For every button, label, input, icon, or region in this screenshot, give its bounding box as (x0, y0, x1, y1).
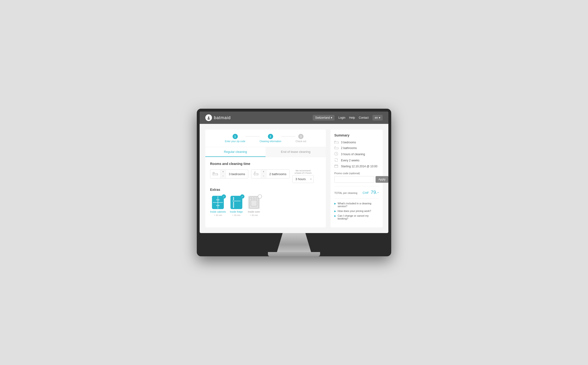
svg-rect-18 (233, 197, 234, 200)
bathrooms-increment[interactable]: + (261, 170, 266, 174)
faq-arrow-2: ▶ (334, 210, 336, 212)
apply-button[interactable]: Apply (376, 176, 388, 183)
faq-text-1: What's included in a cleaning service? (338, 202, 379, 208)
svg-line-31 (336, 154, 337, 154)
step-3: 3 Check out (295, 134, 306, 143)
svg-point-0 (208, 117, 209, 118)
summary-hours: 3 hours of cleaning (334, 152, 379, 156)
cabinets-check-icon: ✓ (222, 194, 226, 199)
step-1: 1 Enter your zip code (225, 134, 245, 143)
chevron-down-icon-lang: ▾ (379, 116, 380, 119)
total-currency: CHF (362, 191, 369, 195)
total-row: TOTAL per cleaning CHF 79.- (334, 186, 379, 195)
cabinets-label: Inside cabinets (210, 211, 226, 213)
step-3-circle: 3 (298, 134, 303, 139)
left-panel: 1 Enter your zip code 2 Cleaning informa… (205, 130, 326, 227)
faq-text-2: How does your pricing work? (338, 210, 371, 212)
summary-repeat-icon (334, 158, 339, 162)
hours-dropdown-icon[interactable]: ▾ (308, 176, 314, 182)
header-nav: Switzerland ▾ Login Help Contact en ▾ (313, 115, 383, 120)
svg-point-24 (256, 198, 257, 199)
country-label: Switzerland (315, 116, 330, 119)
cabinets-icon-wrap: ✓ (211, 195, 225, 210)
summary-bathrooms-text: 2 bathrooms (341, 147, 357, 150)
step-2-label: Cleaning information (260, 140, 281, 143)
total-amount: 79.- (371, 190, 379, 195)
help-link[interactable]: Help (349, 116, 355, 119)
monitor-stand (275, 233, 313, 252)
logo-area: batmaid (205, 114, 231, 121)
summary-bed-icon (334, 140, 339, 144)
svg-point-1 (207, 118, 210, 119)
promo-label: Promo code (optional) (334, 172, 379, 175)
svg-point-13 (218, 199, 219, 200)
faq-text-3: Can I change or cancel my booking? (338, 214, 379, 220)
summary-frequency: Every 2 weeks (334, 158, 379, 162)
contact-link[interactable]: Contact (359, 116, 369, 119)
step-3-label: Check out (295, 140, 306, 143)
summary-start-date: Starting 12.10.2014 @ 10:00 (334, 164, 379, 168)
country-selector[interactable]: Switzerland ▾ (313, 115, 335, 120)
svg-point-14 (217, 205, 217, 206)
extra-fridge[interactable]: ✓ Inside fridge + 30 min (229, 195, 244, 217)
svg-point-15 (218, 205, 219, 206)
steps-bar: 1 Enter your zip code 2 Cleaning informa… (205, 130, 326, 147)
cabinets-time: + 30 min (214, 214, 222, 217)
monitor-base (268, 252, 320, 256)
bathrooms-control: + − 2 bathrooms (251, 169, 289, 178)
faq-arrow-3: ▶ (334, 215, 336, 217)
app-header: batmaid Switzerland ▾ Login Help Contact… (200, 112, 388, 124)
total-price: CHF 79.- (362, 190, 379, 195)
bedrooms-increment[interactable]: + (220, 170, 226, 174)
fridge-check-icon: ✓ (240, 194, 245, 199)
hours-value: 3 hours (293, 175, 308, 183)
summary-hours-text: 3 hours of cleaning (341, 153, 365, 156)
faq-item-2[interactable]: ▶ How does your pricing work? (334, 210, 379, 212)
svg-rect-32 (335, 165, 338, 168)
summary-clock-icon (334, 152, 339, 156)
recommend-label: We recommenda basis of 3 hours (292, 169, 314, 174)
faq-item-1[interactable]: ▶ What's included in a cleaning service? (334, 202, 379, 208)
oven-icon-wrap (247, 195, 261, 210)
extra-oven[interactable]: Inside oven + 30 min (247, 195, 261, 217)
oven-time: + 30 min (250, 214, 258, 217)
bath-icon (251, 170, 261, 178)
bathrooms-decrement[interactable]: − (261, 174, 266, 178)
summary-calendar-icon (334, 164, 339, 168)
summary-frequency-text: Every 2 weeks (341, 159, 359, 162)
summary-bedrooms: 3 bedrooms (334, 140, 379, 144)
login-link[interactable]: Login (338, 116, 345, 119)
monitor-screen: batmaid Switzerland ▾ Login Help Contact… (200, 112, 388, 233)
chevron-down-icon: ▾ (331, 116, 332, 119)
hours-control: 3 hours ▾ (292, 175, 314, 183)
form-content: Rooms and cleaning time (205, 157, 326, 221)
logo-text: batmaid (214, 115, 231, 120)
promo-input[interactable] (334, 176, 374, 183)
svg-rect-26 (335, 141, 336, 142)
fridge-label: Inside fridge (230, 211, 243, 213)
total-label: TOTAL per cleaning (334, 191, 357, 194)
summary-date-text: Starting 12.10.2014 @ 10:00 (341, 165, 377, 168)
bedrooms-stepper: + − (220, 170, 226, 178)
faq-item-3[interactable]: ▶ Can I change or cancel my booking? (334, 214, 379, 220)
step-connector-1 (245, 136, 260, 136)
summary-bathrooms: 2 bathrooms (334, 146, 379, 150)
bedrooms-control: + − 3 bedrooms (210, 169, 248, 178)
step-1-circle: 1 (232, 134, 238, 139)
tab-end-of-lease[interactable]: End of lease cleaning (266, 147, 326, 157)
bed-icon (210, 170, 220, 178)
lang-selector[interactable]: en ▾ (372, 115, 383, 120)
tab-regular-cleaning[interactable]: Regular cleaning (205, 147, 266, 157)
cleaning-tabs: Regular cleaning End of lease cleaning (205, 147, 326, 157)
app-body: 1 Enter your zip code 2 Cleaning informa… (200, 124, 388, 233)
summary-bedrooms-text: 3 bedrooms (341, 141, 356, 144)
summary-bath-icon (334, 146, 339, 150)
extra-cabinets[interactable]: ✓ Inside cabinets + 30 min (210, 195, 226, 217)
lang-label: en (375, 116, 378, 119)
svg-point-22 (251, 198, 252, 199)
rooms-row: + − 3 bedrooms (210, 169, 321, 183)
step-2: 2 Cleaning information (260, 134, 281, 143)
bedrooms-decrement[interactable]: − (220, 174, 226, 178)
svg-rect-2 (213, 174, 218, 175)
svg-point-23 (253, 198, 255, 199)
